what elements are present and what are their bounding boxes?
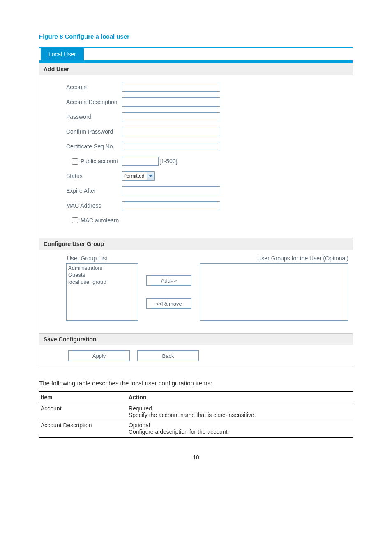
label-user-groups-optional: User Groups for the User (Optional) (200, 255, 348, 262)
section-save-config-title: Save Configuration (39, 333, 353, 345)
input-account[interactable] (122, 83, 220, 92)
label-status: Status (44, 173, 122, 179)
label-public-account: Public account (81, 158, 118, 165)
input-password[interactable] (122, 112, 220, 121)
add-group-button[interactable]: Add>> (146, 275, 191, 286)
listbox-available-groups[interactable]: Administrators Guests local user group (66, 263, 138, 321)
table-cell-line: Required (129, 405, 351, 412)
add-user-form: Account Account Description Password Con… (39, 75, 353, 238)
label-account-description: Account Description (44, 99, 122, 105)
back-button[interactable]: Back (137, 350, 199, 361)
input-cert-seq[interactable] (122, 142, 220, 151)
select-status-value: Permitted (123, 173, 144, 179)
table-cell-action: Optional Configure a description for the… (127, 420, 353, 438)
label-account: Account (44, 84, 122, 90)
input-public-account-range[interactable] (122, 157, 159, 166)
input-account-description[interactable] (122, 97, 220, 107)
list-item[interactable]: Administrators (67, 264, 137, 271)
label-mac-autolearn: MAC autolearn (81, 217, 119, 224)
label-user-group-list: User Group List (66, 255, 138, 262)
listbox-assigned-groups[interactable] (200, 263, 348, 321)
table-header-action: Action (127, 391, 353, 403)
label-expire-after: Expire After (44, 188, 122, 194)
input-mac-address[interactable] (122, 201, 220, 210)
tab-local-user[interactable]: Local User (41, 48, 84, 60)
table-cell-item: Account Description (39, 420, 127, 438)
config-items-table: Item Action Account Required Specify the… (39, 391, 353, 438)
label-confirm-password: Confirm Password (44, 128, 122, 135)
label-mac-address: MAC Address (44, 202, 122, 209)
save-config-actions: Apply Back (39, 345, 353, 367)
table-row: Account Description Optional Configure a… (39, 420, 353, 438)
section-configure-group-title: Configure User Group (39, 238, 353, 250)
group-config-area: User Group List Administrators Guests lo… (39, 250, 353, 333)
table-row: Account Required Specify the account nam… (39, 403, 353, 420)
label-password: Password (44, 114, 122, 120)
figure-caption: Figure 8 Configure a local user (39, 33, 353, 40)
config-panel: Local User Add User Account Account Desc… (39, 47, 353, 367)
input-confirm-password[interactable] (122, 127, 220, 136)
table-cell-item: Account (39, 403, 127, 420)
chevron-down-icon (147, 172, 154, 180)
tab-bar: Local User (39, 48, 353, 60)
table-intro-text: The following table describes the local … (39, 380, 353, 387)
table-header-item: Item (39, 391, 127, 403)
checkbox-mac-autolearn[interactable] (72, 217, 78, 223)
list-item[interactable]: local user group (67, 278, 137, 285)
table-cell-action: Required Specify the account name that i… (127, 403, 353, 420)
table-cell-line: Configure a description for the account. (129, 429, 351, 435)
table-cell-line: Optional (129, 422, 351, 429)
remove-group-button[interactable]: <<Remove (146, 298, 191, 309)
select-status[interactable]: Permitted (122, 171, 155, 181)
page-number: 10 (39, 454, 353, 461)
label-cert-seq: Certificate Seq No. (44, 143, 122, 150)
section-add-user-title: Add User (39, 63, 353, 75)
checkbox-public-account[interactable] (72, 158, 78, 165)
input-expire-after[interactable] (122, 186, 220, 195)
public-account-range-text: [1-500] (159, 158, 178, 165)
list-item[interactable]: Guests (67, 271, 137, 278)
apply-button[interactable]: Apply (68, 350, 130, 361)
table-cell-line: Specify the account name that is case-in… (129, 412, 351, 418)
